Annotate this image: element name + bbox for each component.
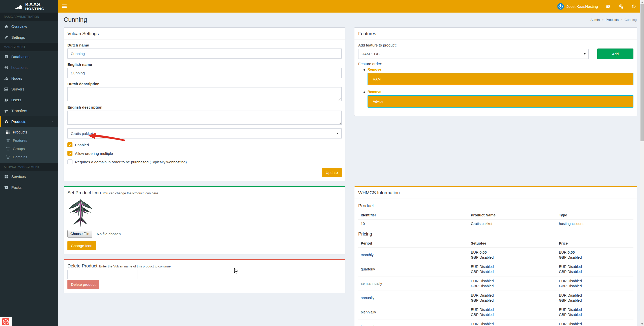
sidebar-submenu-products: ProductsFeaturesGroupsDomains <box>0 127 58 163</box>
content-header: Cunning Admin>Products>Cunning <box>64 16 637 23</box>
page-scrollbar[interactable] <box>640 0 644 326</box>
category-select[interactable]: Gratis pakket <box>67 128 342 138</box>
feature-select[interactable]: RAM 1 GB <box>358 49 589 59</box>
power-button[interactable] <box>627 0 640 13</box>
price-line-eur: EUR Disabled <box>559 307 631 312</box>
sidebar-item-databases[interactable]: Databases <box>0 51 58 62</box>
sidebar-item-settings[interactable]: Settings <box>0 32 58 43</box>
sidebar-item-label: Users <box>11 98 21 102</box>
pricing-period: quarterly <box>358 262 468 276</box>
sidebar-subitem-domains[interactable]: Domains <box>0 153 58 161</box>
checkbox-requires-a-domain-in-order-to-be-purchas[interactable] <box>67 159 72 164</box>
dutch-description-textarea[interactable] <box>67 87 342 101</box>
delete-product-button[interactable]: Delete product <box>67 280 99 289</box>
breadcrumb-admin[interactable]: Admin <box>590 18 600 22</box>
cheese-icon <box>13 2 23 11</box>
price-line-gbp: GBP Disabled <box>471 255 554 260</box>
change-icon-button[interactable]: Change Icon <box>67 241 96 250</box>
server-icon <box>4 87 9 91</box>
sidebar-section-header: SERVICE MANAGEMENT <box>0 163 58 171</box>
pricing-setupfee: EUR DisabledGBP Disabled <box>468 262 556 276</box>
laravel-logo-icon <box>2 318 9 325</box>
cogs-button[interactable] <box>615 0 627 13</box>
english-description-textarea[interactable] <box>67 111 342 125</box>
column-header: Price <box>556 239 633 248</box>
scrollbar-down-arrow-icon[interactable] <box>640 322 644 326</box>
sidebar-item-services[interactable]: Services <box>0 171 58 182</box>
feature-bar-advice[interactable]: Advice <box>368 95 633 108</box>
choose-file-button[interactable]: Choose File <box>67 230 92 238</box>
scrollbar-thumb[interactable] <box>640 4 644 141</box>
whmcs-panel: WHMCS Information Product IdentifierProd… <box>354 186 637 326</box>
remove-feature-link[interactable]: Remove <box>368 67 381 71</box>
cart-icon <box>5 138 10 143</box>
sidebar-item-overview[interactable]: Overview <box>0 21 58 32</box>
feature-order-list: RemoveRAMRemoveAdvice <box>368 67 633 108</box>
sidebar-subitem-features[interactable]: Features <box>0 136 58 145</box>
box-icon <box>4 185 9 190</box>
whmcs-product-table: IdentifierProduct NameType10Gratis pakke… <box>358 211 633 228</box>
whmcs-product-heading: Product <box>358 203 633 209</box>
breadcrumb-products[interactable]: Products <box>606 18 619 22</box>
breadcrumb-cunning: Cunning <box>625 18 637 22</box>
sidebar-item-products[interactable]: Products <box>0 116 58 127</box>
pricing-row-triennially: trienniallyEUR DisabledGBP DisabledEUR D… <box>358 319 633 326</box>
pricing-setupfee: EUR 0.00GBP Disabled <box>468 248 556 262</box>
price-line-eur: EUR Disabled <box>559 264 631 269</box>
resize-handle-icon[interactable] <box>338 121 341 124</box>
product-icon-subtitle: You can change the Product Icon here. <box>103 191 159 195</box>
delete-product-subtitle: Enter the Vulcan name of this product to… <box>99 264 172 268</box>
checkbox-row-enabled: Enabled <box>67 142 342 147</box>
hamburger-icon[interactable] <box>58 0 71 13</box>
navbar-right: Joost KaasHosting <box>553 0 640 13</box>
checkbox-label: Enabled <box>75 143 89 147</box>
feature-order-label: Feature order: <box>358 62 633 66</box>
column-header: Setupfee <box>468 239 556 248</box>
price-line-eur: EUR Disabled <box>471 278 554 284</box>
sidebar-subitem-products[interactable]: Products <box>0 128 58 136</box>
pricing-row-semiannually: semiannuallyEUR DisabledGBP DisabledEUR … <box>358 276 633 291</box>
price-line-eur: EUR 0.00 <box>559 250 631 255</box>
user-menu[interactable]: Joost KaasHosting <box>553 0 602 13</box>
scrollbar-up-arrow-icon[interactable] <box>640 0 644 4</box>
checkbox-allow-ordering-multiple[interactable] <box>67 151 72 156</box>
sidebar-item-nodes[interactable]: Nodes <box>0 73 58 84</box>
sidebar-item-label: Overview <box>11 24 27 29</box>
vulcan-checkboxes: EnabledAllow ordering multipleRequires a… <box>67 142 342 164</box>
dutch-name-input[interactable] <box>67 49 342 59</box>
checkbox-enabled[interactable] <box>67 142 72 147</box>
sidebar-item-users[interactable]: Users <box>0 95 58 105</box>
english-name-input[interactable] <box>67 68 342 78</box>
tasks-button[interactable] <box>602 0 615 13</box>
brand-logo[interactable]: KAAS HOSTING <box>0 0 58 13</box>
table-row: 10Gratis pakkethostingaccount <box>358 219 633 228</box>
remove-feature-link[interactable]: Remove <box>368 90 381 94</box>
vulcan-settings-title: Vulcan Settings <box>64 28 345 40</box>
sidebar-item-servers[interactable]: Servers <box>0 84 58 95</box>
delete-confirm-input[interactable] <box>67 270 138 279</box>
debugbar-toggle[interactable] <box>0 317 12 326</box>
sidebar-item-locations[interactable]: Locations <box>0 62 58 73</box>
sidebar-subitem-groups[interactable]: Groups <box>0 145 58 153</box>
pricing-row-biennially: bienniallyEUR DisabledGBP DisabledEUR Di… <box>358 305 633 319</box>
content-area: Cunning Admin>Products>Cunning Vulcan Se… <box>58 13 640 326</box>
sidebar-item-transfers[interactable]: Transfers <box>0 105 58 116</box>
sidebar-section-header: BASIC ADMINISTRATION <box>0 13 58 21</box>
price-line-eur: EUR Disabled <box>471 307 554 312</box>
price-line-gbp: GBP Disabled <box>471 284 554 289</box>
globe-icon <box>4 65 9 70</box>
update-button[interactable]: Update <box>322 168 342 177</box>
feature-bar-ram[interactable]: RAM <box>368 73 633 85</box>
delete-product-title: Delete Product <box>67 263 97 268</box>
sidebar: KAAS HOSTING BASIC ADMINISTRATIONOvervie… <box>0 0 58 326</box>
sidebar-item-packs[interactable]: Packs <box>0 182 58 193</box>
resize-handle-icon[interactable] <box>338 98 341 101</box>
tasks-icon <box>606 4 611 9</box>
dutch-name-label: Dutch name <box>67 43 342 47</box>
checkbox-label: Allow ordering multiple <box>75 151 113 156</box>
pricing-setupfee: EUR DisabledGBP Disabled <box>468 319 556 326</box>
whmcs-title: WHMCS Information <box>354 187 637 199</box>
pricing-setupfee: EUR DisabledGBP Disabled <box>468 305 556 319</box>
price-line-gbp: GBP Disabled <box>471 269 554 274</box>
add-feature-button[interactable]: Add <box>597 49 633 59</box>
